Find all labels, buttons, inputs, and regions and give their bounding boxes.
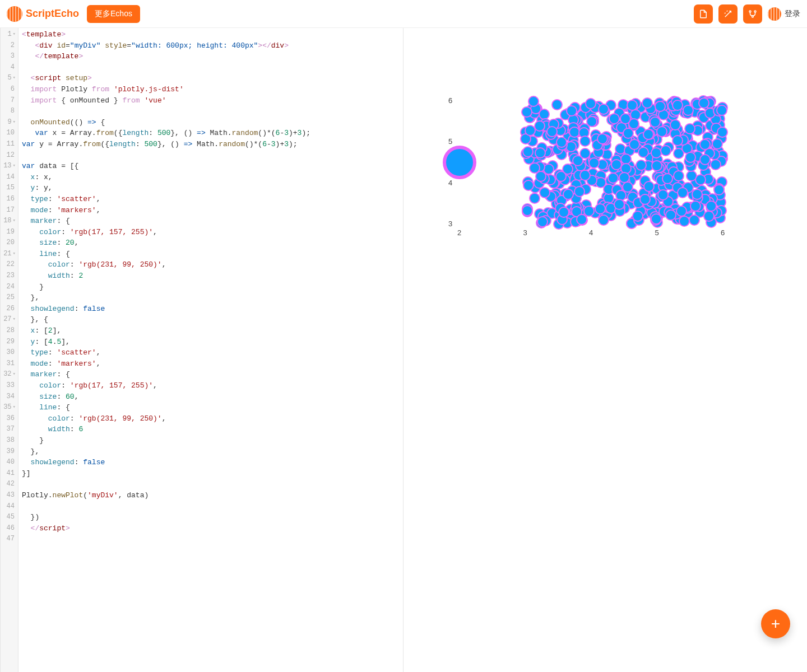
code-line[interactable]: }, {: [22, 314, 310, 325]
line-number: 28: [2, 325, 16, 337]
code-body[interactable]: <template> <div id="myDiv" style="width:…: [18, 28, 314, 672]
line-number: 36: [2, 413, 16, 424]
code-line[interactable]: [22, 150, 310, 161]
scatter-point: [585, 98, 596, 109]
scatter-point: [651, 213, 662, 225]
code-line[interactable]: <template>: [22, 29, 310, 40]
logo-icon: [768, 7, 781, 21]
line-number: 26: [2, 304, 16, 315]
brand-logo[interactable]: ScriptEcho: [7, 6, 79, 22]
main-content: 1▾2 3 4 5▾6 7 8 9▾10 11 12 13▾14 15 16 1…: [0, 28, 807, 672]
code-line[interactable]: [22, 534, 310, 545]
code-line[interactable]: x: [2],: [22, 325, 310, 337]
logo-icon: [7, 6, 22, 22]
app-header: ScriptEcho 更多Echos 登录: [0, 0, 807, 28]
code-line[interactable]: import Plotly from 'plotly.js-dist': [22, 84, 310, 95]
code-line[interactable]: color: 'rgb(231, 99, 250)',: [22, 413, 310, 424]
code-line[interactable]: [22, 479, 310, 490]
scatter-point: [566, 105, 577, 116]
code-line[interactable]: </script>: [22, 523, 310, 534]
x-tick-label: 4: [589, 228, 593, 237]
new-file-button[interactable]: [694, 4, 713, 24]
add-fab[interactable]: +: [761, 609, 790, 638]
code-line[interactable]: }: [22, 435, 310, 446]
code-line[interactable]: y: [4.5],: [22, 337, 310, 348]
scatter-point: [670, 119, 681, 130]
magic-button[interactable]: [718, 4, 738, 24]
preview-pane: 345623456 +: [404, 28, 807, 672]
plotly-chart[interactable]: 345623456: [426, 90, 762, 314]
branch-button[interactable]: [743, 4, 762, 24]
code-line[interactable]: marker: {: [22, 369, 310, 380]
code-line[interactable]: type: 'scatter',: [22, 194, 310, 205]
code-line[interactable]: [22, 62, 310, 73]
code-line[interactable]: <div id="myDiv" style="width: 600px; hei…: [22, 40, 310, 52]
scatter-point: [672, 100, 683, 111]
code-line[interactable]: y: y,: [22, 183, 310, 194]
code-line[interactable]: type: 'scatter',: [22, 347, 310, 358]
scatter-point: [555, 171, 567, 182]
scatter-point: [558, 207, 569, 218]
code-line[interactable]: var y = Array.from({length: 500}, () => …: [22, 139, 310, 150]
code-line[interactable]: mode: 'markers',: [22, 358, 310, 370]
code-line[interactable]: showlegend: false: [22, 457, 310, 468]
branch-icon: [748, 9, 758, 19]
code-line[interactable]: line: {: [22, 249, 310, 260]
plot-area: [460, 101, 723, 224]
more-echos-button[interactable]: 更多Echos: [87, 5, 140, 23]
code-line[interactable]: <script setup>: [22, 73, 310, 84]
code-line[interactable]: [22, 501, 310, 512]
code-line[interactable]: color: 'rgb(17, 157, 255)',: [22, 227, 310, 238]
scatter-point: [598, 214, 609, 226]
code-line[interactable]: color: 'rgb(231, 99, 250)',: [22, 259, 310, 270]
line-number: 6: [2, 84, 16, 95]
code-line[interactable]: onMounted(() => {: [22, 117, 310, 128]
code-line[interactable]: }): [22, 512, 310, 523]
scatter-point: [642, 97, 653, 109]
line-number: 16: [2, 194, 16, 205]
login-button[interactable]: 登录: [768, 7, 800, 21]
scatter-point: [636, 160, 647, 171]
code-line[interactable]: line: {: [22, 402, 310, 413]
svg-point-1: [754, 11, 756, 12]
code-line[interactable]: showlegend: false: [22, 304, 310, 315]
code-line[interactable]: },: [22, 446, 310, 458]
line-number: 8: [2, 106, 16, 117]
line-number: 42: [2, 479, 16, 490]
scatter-point: [703, 211, 715, 222]
line-number: 11: [2, 139, 16, 150]
code-line[interactable]: color: 'rgb(17, 157, 255)',: [22, 380, 310, 391]
code-line[interactable]: width: 2: [22, 270, 310, 282]
line-number: 40: [2, 457, 16, 468]
code-line[interactable]: x: x,: [22, 172, 310, 183]
code-line[interactable]: mode: 'markers',: [22, 205, 310, 216]
scatter-point: [643, 129, 654, 140]
code-line[interactable]: marker: {: [22, 216, 310, 227]
code-line[interactable]: var x = Array.from({length: 500}, () => …: [22, 128, 310, 139]
line-number: 18▾: [2, 216, 16, 227]
code-line[interactable]: size: 20,: [22, 237, 310, 249]
code-line[interactable]: import { onMounted } from 'vue': [22, 95, 310, 106]
scatter-point: [690, 200, 701, 212]
code-line[interactable]: width: 6: [22, 424, 310, 435]
code-line[interactable]: }]: [22, 468, 310, 479]
scatter-point: [689, 214, 700, 226]
code-line[interactable]: [22, 106, 310, 117]
code-line[interactable]: Plotly.newPlot('myDiv', data): [22, 490, 310, 501]
code-line[interactable]: },: [22, 292, 310, 304]
scatter-point: [660, 145, 671, 156]
plus-icon: +: [771, 615, 780, 633]
scatter-point: [657, 189, 669, 200]
scatter-point: [665, 209, 676, 221]
scatter-point: [699, 139, 711, 150]
scatter-point: [699, 154, 711, 165]
line-number: 30: [2, 347, 16, 358]
code-editor[interactable]: 1▾2 3 4 5▾6 7 8 9▾10 11 12 13▾14 15 16 1…: [0, 28, 404, 672]
scatter-point: [595, 203, 606, 214]
scatter-point: [579, 136, 591, 147]
scatter-point: [706, 200, 717, 212]
code-line[interactable]: }: [22, 282, 310, 293]
code-line[interactable]: size: 60,: [22, 391, 310, 403]
code-line[interactable]: var data = [{: [22, 161, 310, 172]
code-line[interactable]: </template>: [22, 51, 310, 62]
